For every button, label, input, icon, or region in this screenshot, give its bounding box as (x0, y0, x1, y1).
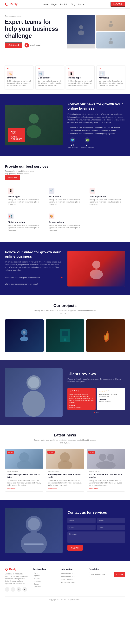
svg-point-20 (17, 460, 32, 468)
footer-link-design[interactable]: Design (33, 583, 56, 585)
subscribe-button[interactable]: Subscribe (114, 572, 125, 577)
nav-pages[interactable]: Pages (51, 3, 57, 6)
faq-plus-icon-1: + (61, 276, 63, 279)
products-design-icon: 🎨 (49, 214, 54, 219)
contact-subject-input[interactable] (97, 525, 125, 530)
hero-buttons: Get started watch video (5, 42, 63, 48)
contact-message-input[interactable] (67, 532, 125, 543)
mobile-apps-icon: 📱 (8, 188, 14, 194)
subscribe-input[interactable] (89, 572, 113, 577)
contact-name-input[interactable] (67, 518, 95, 523)
svc-grid-mobile: 📱 Mobile apps Dummy text is also used to… (5, 185, 43, 208)
hero-img-3 (96, 32, 125, 48)
contact-submit-button[interactable]: SUBMIT (67, 545, 83, 550)
projects-section: Our projects Dummy text is also used to … (0, 295, 130, 360)
get-started-button[interactable]: Get started (5, 42, 22, 48)
hero-title: Expert teams for help your business chal… (5, 18, 63, 40)
mobile-icon: 📱 (68, 71, 74, 76)
stars-featured: ★ ★ ★ ★ ★ (69, 390, 94, 392)
svg-rect-29 (24, 544, 44, 545)
clients-person-area (5, 368, 63, 417)
footer-logo[interactable]: Ranly (5, 568, 28, 571)
news-content-1: Admin | Branding Creative design clients… (5, 468, 43, 492)
video-thumbnail[interactable] (67, 251, 125, 286)
all-services-button[interactable]: All Services (5, 175, 20, 180)
news-date-3: 18 Jul (88, 451, 95, 454)
footer-col-about: Ranly Explaining to maintain the amount … (5, 568, 28, 592)
faq-item-1[interactable]: World class creative experts team member… (5, 274, 63, 281)
nav-blog[interactable]: Blog (71, 3, 75, 6)
navbar-links: Home Pages Portfolio Blog Contact (43, 3, 85, 6)
growth-content: Follow our news for growth your online b… (67, 102, 125, 148)
news-section: Latest news Dummy text is also used to d… (0, 425, 130, 500)
project-image-3 (86, 320, 125, 352)
growth-title: Follow our news for growth your online b… (67, 102, 125, 110)
hero-content: Best business agency Expert teams for he… (5, 15, 67, 57)
best-services-header-left: Provide our best services Our consultant… (5, 164, 48, 180)
hero-img-2 (96, 15, 125, 31)
news-img-1: 15 Aug (5, 449, 43, 468)
review-cards: ★ ★ ★ ★ ★ When replacing a multi-level s… (67, 388, 125, 410)
social-youtube[interactable]: ▶ (23, 587, 27, 592)
checklist-item-1: Innovation Idea latest business tecnolog… (67, 126, 125, 128)
news-meta-2: Admin | Branding (48, 470, 82, 472)
dot-3[interactable] (97, 412, 98, 413)
svg-point-28 (28, 518, 40, 530)
project-card-2[interactable] (46, 320, 84, 352)
news-img-2: 15 Aug (46, 449, 84, 468)
footer-link-home[interactable]: Home (33, 572, 56, 574)
ecommerce-grid-icon: 🛒 (49, 188, 54, 194)
growth-image: 12 YEARSEXPERIENCE (5, 105, 63, 146)
project-image-1 (5, 320, 44, 352)
digital-marketing-icon: 📢 (8, 214, 14, 219)
footer-services-title: Services link (33, 568, 56, 570)
clients-desc: Dummy text is also used to demonstrate t… (67, 378, 125, 383)
project-image-2 (46, 320, 84, 352)
footer-link-portfolio[interactable]: Portfolio (33, 578, 56, 580)
projects-title: Our projects (5, 303, 125, 308)
watch-video-button[interactable]: watch video (25, 43, 40, 48)
footer-services-links: Home Agency Portfolio Branding Design Re… (33, 572, 56, 588)
social-facebook[interactable]: f (5, 587, 10, 592)
read-more-1[interactable]: Read more › (7, 488, 41, 490)
contact-email-input[interactable] (97, 518, 125, 523)
marketing-icon: 📊 (99, 71, 105, 76)
review-card-2: ★ ★ ★ ★ ★ When replacing a multi-level s… (97, 388, 125, 410)
navbar-logo[interactable]: Ranly (5, 2, 18, 6)
contact-phone-input[interactable] (67, 525, 95, 530)
nav-contact[interactable]: Contact (78, 3, 85, 6)
video-section: Follow our video for growth your online … (0, 242, 130, 295)
service-card-marketing: 04 📊 Marketing But I must explain to you… (96, 65, 125, 89)
faq-plus-icon-2: + (61, 282, 63, 285)
faq-item-2[interactable]: Clients satisfaction make company value?… (5, 281, 63, 287)
read-more-3[interactable]: Read more › (89, 488, 123, 490)
best-services-header: Provide our best services Our consultant… (5, 164, 125, 180)
footer-link-referrals[interactable]: Referrals (33, 586, 56, 588)
check-icon: ✅ (85, 137, 90, 142)
svg-point-15 (64, 338, 66, 341)
services-grid: 📱 Mobile apps Dummy text is also used to… (5, 185, 125, 234)
svg-point-9 (90, 270, 103, 279)
project-card-1[interactable] (5, 320, 44, 352)
social-twitter[interactable]: t (11, 587, 15, 592)
svg-point-7 (27, 125, 41, 138)
navbar-cta-button[interactable]: Let's Talk (110, 2, 125, 7)
social-linkedin[interactable]: in (17, 587, 21, 592)
svg-point-5 (108, 41, 113, 44)
project-card-3[interactable] (86, 320, 125, 352)
svg-rect-14 (62, 331, 68, 336)
footer-link-agency[interactable]: Agency (33, 575, 56, 577)
news-desc-1: Dummy text is also used to demons trate … (7, 480, 41, 486)
footer-col-info: Information +99 1795 7XX 5XX +99 1795 7X… (61, 568, 84, 592)
dot-2[interactable] (96, 412, 97, 413)
projects-grid (5, 320, 125, 352)
svg-point-0 (79, 25, 83, 29)
dot-1[interactable] (94, 412, 95, 413)
nav-portfolio[interactable]: Portfolio (60, 3, 68, 6)
globe-icon: 🌍 (70, 137, 75, 142)
svg-point-17 (23, 391, 45, 417)
news-date-1: 15 Aug (7, 451, 14, 454)
nav-home[interactable]: Home (43, 3, 48, 6)
footer-link-branding[interactable]: Branding (33, 580, 56, 582)
read-more-2[interactable]: Read more › (48, 488, 82, 490)
